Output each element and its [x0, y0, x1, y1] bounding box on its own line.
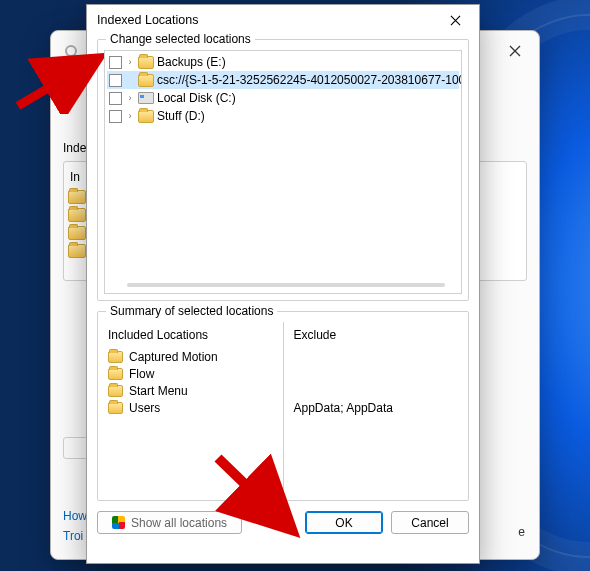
locations-tree[interactable]: ›Backups (E:)csc://{S-1-5-21-3252562245-… — [104, 50, 462, 294]
expand-chevron-icon — [125, 75, 135, 85]
dialog-button-row: Show all locations OK Cancel — [97, 511, 469, 534]
folder-icon — [68, 190, 86, 204]
expand-chevron-icon[interactable]: › — [125, 57, 135, 67]
parent-help-links: How Troi — [63, 503, 87, 543]
exclude-item — [294, 365, 459, 382]
summary-group: Summary of selected locations Included L… — [97, 311, 469, 501]
close-icon — [450, 15, 461, 26]
exclude-item — [294, 348, 459, 365]
tree-checkbox[interactable] — [109, 92, 122, 105]
parent-link-troubleshoot[interactable]: Troi — [63, 529, 87, 543]
expand-chevron-icon[interactable]: › — [125, 111, 135, 121]
tree-item-label: Backups (E:) — [157, 55, 226, 69]
parent-link-how[interactable]: How — [63, 509, 87, 523]
included-item-label: Start Menu — [129, 384, 188, 398]
titlebar: Indexed Locations — [87, 5, 479, 35]
included-item[interactable]: Flow — [108, 365, 273, 382]
tree-row[interactable]: ›Stuff (D:) — [107, 107, 459, 125]
included-header: Included Locations — [108, 328, 273, 342]
cancel-button[interactable]: Cancel — [391, 511, 469, 534]
exclude-item — [294, 382, 459, 399]
included-item-label: Users — [129, 401, 160, 415]
svg-line-1 — [75, 55, 80, 60]
change-locations-legend: Change selected locations — [106, 32, 255, 46]
tree-row[interactable]: ›Local Disk (C:) — [107, 89, 459, 107]
ok-button[interactable]: OK — [305, 511, 383, 534]
parent-right-truncated: e — [518, 525, 525, 539]
svg-point-0 — [66, 46, 76, 56]
exclude-item-label: AppData; AppData — [294, 401, 393, 415]
tree-item-label: Stuff (D:) — [157, 109, 205, 123]
folder-icon — [68, 244, 86, 258]
horizontal-scrollbar[interactable] — [127, 283, 445, 287]
included-locations-column: Included Locations Captured MotionFlowSt… — [98, 322, 284, 500]
close-button[interactable] — [437, 8, 473, 32]
included-item-label: Captured Motion — [129, 350, 218, 364]
expand-chevron-icon[interactable]: › — [125, 93, 135, 103]
uac-shield-icon — [112, 516, 125, 529]
folder-icon — [108, 385, 123, 397]
drive-icon — [138, 92, 154, 104]
included-item-label: Flow — [129, 367, 154, 381]
exclude-item: AppData; AppData — [294, 399, 459, 416]
exclude-column: Exclude AppData; AppData — [284, 322, 469, 500]
indexed-locations-dialog: Indexed Locations Change selected locati… — [86, 4, 480, 564]
tree-row[interactable]: csc://{S-1-5-21-3252562245-4012050027-20… — [107, 71, 459, 89]
parent-close-button[interactable] — [497, 37, 533, 65]
search-index-icon — [63, 43, 83, 63]
folder-icon — [68, 208, 86, 222]
tree-item-label: Local Disk (C:) — [157, 91, 236, 105]
tree-checkbox[interactable] — [109, 74, 122, 87]
dialog-title: Indexed Locations — [97, 13, 198, 27]
show-all-locations-button[interactable]: Show all locations — [97, 511, 242, 534]
tree-checkbox[interactable] — [109, 56, 122, 69]
folder-icon — [108, 351, 123, 363]
folder-icon — [138, 110, 154, 123]
folder-icon — [108, 402, 123, 414]
folder-icon — [138, 56, 154, 69]
show-all-label: Show all locations — [131, 516, 227, 530]
folder-icon — [138, 74, 154, 87]
included-item[interactable]: Start Menu — [108, 382, 273, 399]
exclude-header: Exclude — [294, 328, 459, 342]
folder-icon — [68, 226, 86, 240]
tree-item-label: csc://{S-1-5-21-3252562245-4012050027-20… — [157, 73, 462, 87]
change-locations-group: Change selected locations ›Backups (E:)c… — [97, 39, 469, 301]
folder-icon — [108, 368, 123, 380]
tree-checkbox[interactable] — [109, 110, 122, 123]
summary-legend: Summary of selected locations — [106, 304, 277, 318]
tree-row[interactable]: ›Backups (E:) — [107, 53, 459, 71]
included-item[interactable]: Captured Motion — [108, 348, 273, 365]
included-item[interactable]: Users — [108, 399, 273, 416]
